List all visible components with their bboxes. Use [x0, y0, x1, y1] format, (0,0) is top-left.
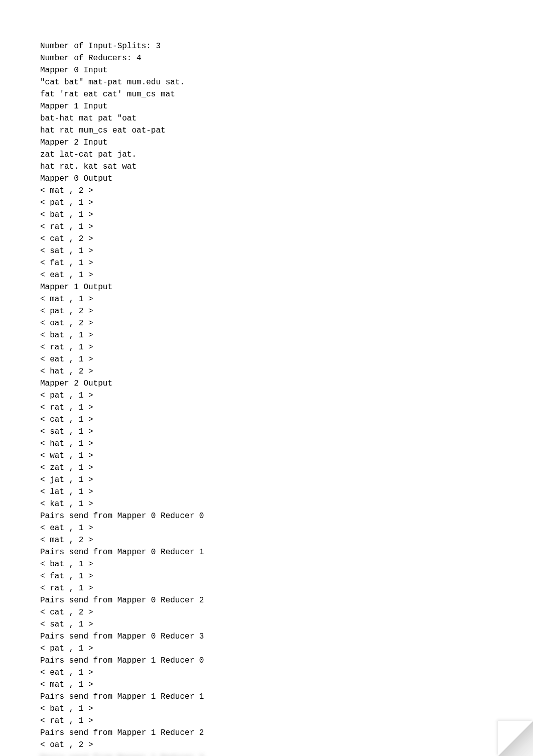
text-line: Pairs send from Mapper 1 Reducer 2: [40, 727, 533, 739]
text-line: < lat , 1 >: [40, 486, 533, 498]
text-line: Mapper 0 Output: [40, 173, 533, 185]
text-line: Pairs send from Mapper 0 Reducer 2: [40, 594, 533, 606]
text-line: < eat , 1 >: [40, 269, 533, 281]
blurred-preview: Pairs send from Mapper 1 Reducer 3< hat …: [40, 752, 533, 756]
text-line: < eat , 1 >: [40, 353, 533, 365]
text-line: < kat , 1 >: [40, 498, 533, 510]
text-line: < sat , 1 >: [40, 426, 533, 438]
text-line: < cat , 2 >: [40, 606, 533, 618]
text-line: "cat bat" mat-pat mum.edu sat.: [40, 76, 533, 88]
text-line: < jat , 1 >: [40, 474, 533, 486]
text-line: < bat , 1 >: [40, 329, 533, 341]
text-line: fat 'rat eat cat' mum_cs mat: [40, 88, 533, 100]
text-line: Mapper 2 Input: [40, 137, 533, 149]
text-line: zat lat-cat pat jat.: [40, 149, 533, 161]
text-line: Pairs send from Mapper 0 Reducer 3: [40, 631, 533, 643]
text-line: < bat , 1 >: [40, 703, 533, 715]
text-line: < pat , 2 >: [40, 305, 533, 317]
text-line: < bat , 1 >: [40, 558, 533, 570]
text-line: Number of Reducers: 4: [40, 52, 533, 64]
text-line: Mapper 1 Output: [40, 281, 533, 293]
text-line: < pat , 1 >: [40, 390, 533, 402]
text-line: < wat , 1 >: [40, 450, 533, 462]
text-line: < cat , 1 >: [40, 414, 533, 426]
text-line: < fat , 1 >: [40, 257, 533, 269]
text-line: < oat , 2 >: [40, 317, 533, 329]
text-line: < sat , 1 >: [40, 618, 533, 631]
text-line: < oat , 2 >: [40, 739, 533, 751]
text-line: < pat , 1 >: [40, 197, 533, 209]
document-content: Number of Input-Splits: 3Number of Reduc…: [40, 40, 533, 751]
text-line: Mapper 0 Input: [40, 64, 533, 76]
text-line: Mapper 1 Input: [40, 100, 533, 112]
text-line: Number of Input-Splits: 3: [40, 40, 533, 52]
text-line: hat rat. kat sat wat: [40, 161, 533, 173]
text-line: Pairs send from Mapper 0 Reducer 0: [40, 510, 533, 522]
text-line: < rat , 1 >: [40, 402, 533, 414]
text-line: < rat , 1 >: [40, 715, 533, 727]
text-line: < fat , 1 >: [40, 570, 533, 582]
text-line: Mapper 2 Output: [40, 377, 533, 390]
page-curl-decoration: [498, 721, 533, 756]
text-line: < hat , 1 >: [40, 438, 533, 450]
text-line: < mat , 1 >: [40, 293, 533, 305]
blurred-text-line: Pairs send from Mapper 1 Reducer 3: [40, 752, 533, 756]
text-line: < mat , 1 >: [40, 679, 533, 691]
text-line: < rat , 1 >: [40, 221, 533, 233]
text-line: < mat , 2 >: [40, 185, 533, 197]
text-line: < rat , 1 >: [40, 341, 533, 353]
text-line: < hat , 2 >: [40, 365, 533, 377]
text-line: bat-hat mat pat "oat: [40, 112, 533, 124]
text-line: < pat , 1 >: [40, 643, 533, 655]
text-line: < bat , 1 >: [40, 209, 533, 221]
text-line: < eat , 1 >: [40, 667, 533, 679]
text-line: < sat , 1 >: [40, 245, 533, 257]
text-line: hat rat mum_cs eat oat-pat: [40, 124, 533, 137]
text-line: < rat , 1 >: [40, 582, 533, 594]
text-line: Pairs send from Mapper 1 Reducer 0: [40, 655, 533, 667]
text-line: < eat , 1 >: [40, 522, 533, 534]
text-line: < cat , 2 >: [40, 233, 533, 245]
text-line: < zat , 1 >: [40, 462, 533, 474]
text-line: Pairs send from Mapper 1 Reducer 1: [40, 691, 533, 703]
text-line: Pairs send from Mapper 0 Reducer 1: [40, 546, 533, 558]
text-line: < mat , 2 >: [40, 534, 533, 546]
